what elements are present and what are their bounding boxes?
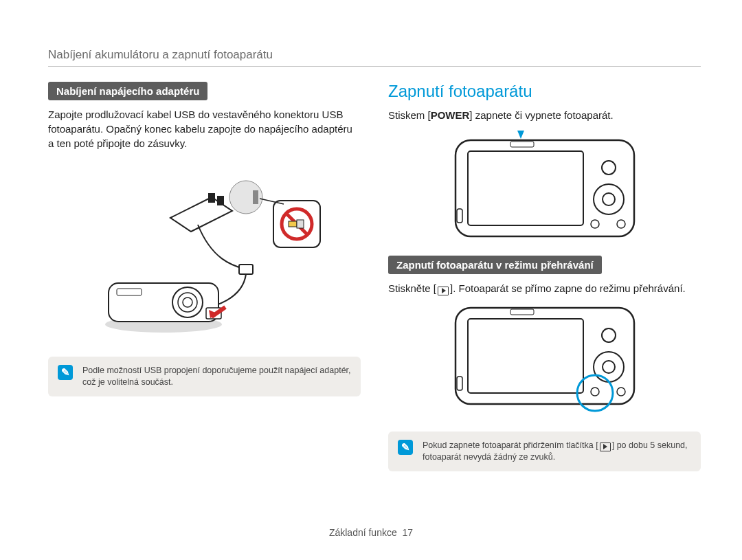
adapter-diagram-svg (74, 163, 335, 341)
svg-marker-17 (517, 131, 524, 139)
camera-back-svg-1 (442, 126, 648, 243)
power-on-illustration (388, 126, 701, 243)
note-text-usb: Podle možností USB propojení doporučujem… (82, 365, 351, 388)
svg-rect-19 (468, 151, 583, 225)
left-column: Nabíjení napájecího adaptéru Zapojte pro… (48, 82, 361, 471)
svg-rect-29 (510, 309, 534, 315)
playback-illustration (388, 300, 701, 423)
note-icon: ✎ (398, 440, 413, 455)
heading-power-on: Zapnutí fotoaparátu (388, 82, 701, 101)
power-on-paragraph: Stiskem [POWER] zapnete či vypnete fotoa… (388, 108, 701, 122)
svg-rect-1 (253, 190, 258, 204)
page-header: Nabíjení akumulátoru a zapnutí fotoapará… (48, 48, 701, 67)
play-icon (600, 443, 611, 451)
two-column-layout: Nabíjení napájecího adaptéru Zapojte pro… (48, 82, 701, 471)
play-icon (438, 287, 449, 295)
svg-rect-3 (217, 196, 224, 205)
svg-rect-9 (239, 265, 253, 274)
svg-rect-2 (208, 193, 215, 203)
power-text-post: ] zapnete či vypnete fotoaparát. (469, 109, 613, 121)
charging-illustration (48, 163, 361, 341)
playback-text-pre: Stiskněte [ (388, 282, 436, 294)
camera-back-svg-2 (442, 300, 648, 423)
manual-page: Nabíjení akumulátoru a zapnutí fotoapará… (0, 0, 742, 560)
note-icon: ✎ (58, 365, 73, 380)
right-column: Zapnutí fotoaparátu Stiskem [POWER] zapn… (388, 82, 701, 471)
power-text-pre: Stiskem [ (388, 109, 431, 121)
note-box-usb: ✎ Podle možností USB propojení doporučuj… (48, 357, 361, 396)
note-text-sound: Pokud zapnete fotoaparát přidržením tlač… (423, 440, 691, 463)
charging-paragraph: Zapojte prodlužovací kabel USB do vestav… (48, 107, 361, 150)
svg-rect-8 (297, 220, 304, 228)
section-title-charging: Nabíjení napájecího adaptéru (48, 82, 207, 100)
footer-section: Základní funkce (329, 527, 397, 538)
note-sound-pre: Pokud zapnete fotoaparát přidržením tlač… (423, 440, 598, 450)
page-footer: Základní funkce 17 (0, 527, 742, 538)
svg-rect-20 (510, 142, 534, 147)
svg-rect-28 (468, 319, 583, 393)
power-label: POWER (431, 109, 470, 121)
section-title-playback: Zapnutí fotoaparátu v režimu přehrávání (388, 256, 602, 274)
playback-text-post: ]. Fotoaparát se přímo zapne do režimu p… (450, 282, 686, 294)
note-box-sound: ✎ Pokud zapnete fotoaparát přidržením tl… (388, 432, 701, 471)
svg-rect-7 (289, 221, 297, 227)
playback-paragraph: Stiskněte []. Fotoaparát se přímo zapne … (388, 281, 701, 295)
footer-page-number: 17 (403, 527, 414, 538)
